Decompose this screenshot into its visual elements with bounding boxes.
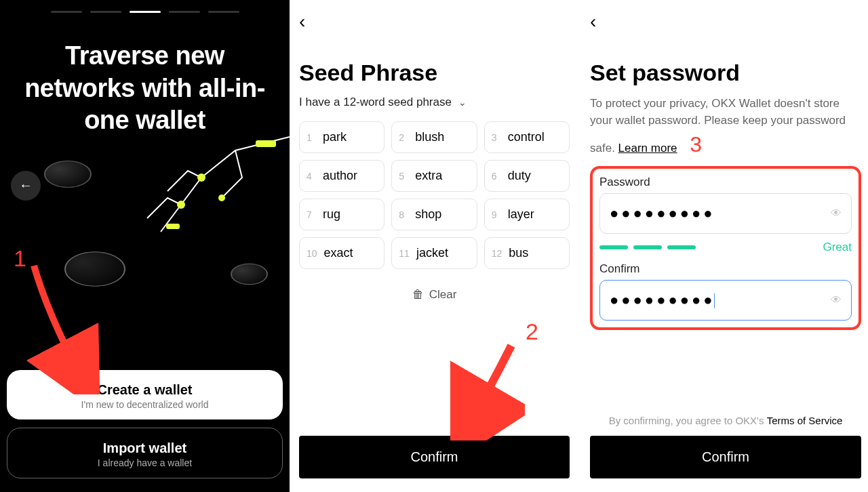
seed-word-input[interactable]: 9layer <box>484 199 570 230</box>
coin-icon <box>231 263 268 285</box>
svg-rect-4 <box>166 224 180 229</box>
seed-word: rug <box>323 207 340 222</box>
eye-icon[interactable]: 👁 <box>831 207 842 220</box>
learn-more-link[interactable]: Learn more <box>618 142 677 155</box>
back-button[interactable]: ‹ <box>299 11 319 33</box>
seed-word: author <box>323 169 357 183</box>
svg-rect-3 <box>256 140 276 147</box>
seed-index: 1 <box>307 132 316 143</box>
confirm-password-input[interactable]: ●●●●●●●●● 👁 <box>599 280 852 321</box>
confirm-label: Confirm <box>702 449 749 464</box>
password-mask: ●●●●●●●●● <box>610 205 715 222</box>
create-wallet-title: Create a wallet <box>14 382 276 398</box>
seed-word: park <box>323 130 347 144</box>
seed-word-input[interactable]: 6duty <box>484 160 570 192</box>
seed-word-input[interactable]: 8shop <box>391 199 477 230</box>
seed-grid: 1park2blush3control4author5extra6duty7ru… <box>299 121 570 269</box>
svg-point-2 <box>218 194 225 201</box>
password-label: Password <box>599 176 852 189</box>
seed-word-input[interactable]: 7rug <box>299 199 384 230</box>
confirm-button[interactable]: Confirm <box>590 436 861 478</box>
create-wallet-sub: I'm new to decentralized world <box>14 399 276 410</box>
confirm-password-mask: ●●●●●●●●● <box>610 291 715 308</box>
seed-word: shop <box>415 207 441 222</box>
headline: Traverse new networks with all-in-one wa… <box>7 40 283 137</box>
clear-button[interactable]: 🗑 Clear <box>299 288 570 302</box>
seed-index: 4 <box>307 171 316 182</box>
back-button[interactable]: ‹ <box>590 11 610 33</box>
eye-icon[interactable]: 👁 <box>831 294 842 306</box>
tos-pre: By confirming, you agree to OKX's <box>609 415 767 426</box>
page-title: Seed Phrase <box>299 60 570 86</box>
seed-word: blush <box>415 130 444 144</box>
seed-index: 6 <box>492 171 501 182</box>
seed-index: 12 <box>492 248 502 259</box>
seed-phrase-panel: ‹ Seed Phrase I have a 12-word seed phra… <box>290 0 579 492</box>
seed-index: 7 <box>307 209 316 220</box>
seed-word: extra <box>415 169 442 183</box>
seed-index: 10 <box>307 248 317 259</box>
clear-label: Clear <box>429 288 457 302</box>
seed-word-input[interactable]: 11jacket <box>391 237 477 269</box>
seed-word-input[interactable]: 5extra <box>391 160 477 192</box>
annotation-number-1: 1 <box>14 245 26 272</box>
seed-index: 11 <box>399 248 410 259</box>
svg-point-1 <box>177 201 185 209</box>
seed-index: 5 <box>399 171 408 182</box>
seed-word-input[interactable]: 3control <box>484 121 570 153</box>
seed-index: 9 <box>492 209 501 220</box>
chevron-down-icon: ⌄ <box>458 97 467 108</box>
terms-of-service-link[interactable]: Terms of Service <box>767 415 843 426</box>
seed-word: bus <box>509 246 528 260</box>
password-input[interactable]: ●●●●●●●●● 👁 <box>599 193 852 234</box>
tos-text: By confirming, you agree to OKX's Terms … <box>590 415 861 426</box>
set-password-panel: ‹ Set password To protect your privacy, … <box>579 0 868 492</box>
hero-art: ← 1 <box>7 137 283 363</box>
seed-index: 3 <box>492 132 501 143</box>
confirm-password-label: Confirm <box>599 262 852 276</box>
seed-word: layer <box>508 207 534 222</box>
annotation-highlight-box: Password ●●●●●●●●● 👁 Great Confirm ●●●●●… <box>590 166 861 330</box>
create-wallet-button[interactable]: Create a wallet I'm new to decentralized… <box>7 370 283 419</box>
intro-panel: Traverse new networks with all-in-one wa… <box>0 0 290 492</box>
seed-word: jacket <box>416 246 448 260</box>
back-button[interactable]: ← <box>11 171 41 201</box>
seed-index: 8 <box>399 209 408 220</box>
seed-word-input[interactable]: 10exact <box>299 237 384 269</box>
seed-word-input[interactable]: 2blush <box>391 121 477 153</box>
seed-word-input[interactable]: 1park <box>299 121 384 153</box>
password-strength: Great <box>599 241 852 254</box>
import-wallet-title: Import wallet <box>14 440 275 456</box>
confirm-button[interactable]: Confirm <box>299 436 570 478</box>
seed-word-input[interactable]: 4author <box>299 160 384 192</box>
chevron-left-icon: ‹ <box>590 11 596 32</box>
annotation-number-3: 3 <box>690 132 702 157</box>
seed-index: 2 <box>399 132 408 143</box>
robot-hand-illustration <box>100 130 290 266</box>
arrow-left-icon: ← <box>19 178 33 193</box>
import-wallet-sub: I already have a wallet <box>14 457 275 468</box>
password-blurb: To protect your privacy, OKX Wallet does… <box>590 96 861 161</box>
phrase-length-select[interactable]: I have a 12-word seed phrase ⌄ <box>299 96 570 109</box>
import-wallet-button[interactable]: Import wallet I already have a wallet <box>7 428 283 478</box>
seed-word: control <box>508 130 545 144</box>
seed-word-input[interactable]: 12bus <box>484 237 570 269</box>
page-title: Set password <box>590 60 861 86</box>
clipboard-icon: 🗑 <box>412 288 424 302</box>
chevron-left-icon: ‹ <box>299 11 305 32</box>
seed-word: exact <box>324 246 353 260</box>
coin-icon <box>44 160 92 187</box>
text-caret <box>714 293 715 308</box>
page-indicator <box>7 11 283 13</box>
phrase-length-label: I have a 12-word seed phrase <box>299 96 452 109</box>
confirm-label: Confirm <box>410 449 458 464</box>
seed-word: duty <box>508 169 531 183</box>
strength-label: Great <box>823 241 852 254</box>
svg-point-0 <box>197 173 205 182</box>
